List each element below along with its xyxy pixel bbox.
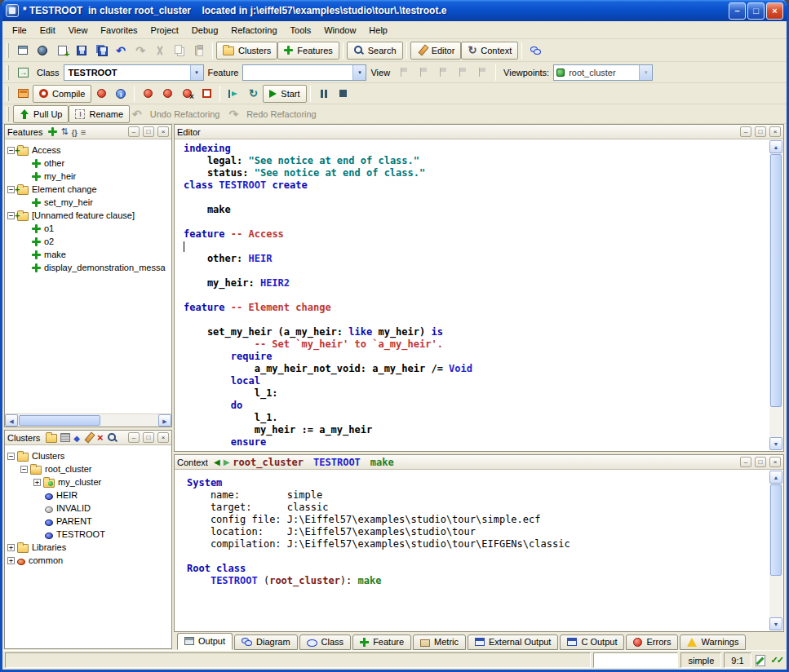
scroll-up-button[interactable] [769, 140, 782, 153]
tree-item-element-change[interactable]: −Element change [5, 183, 171, 196]
panel-close-button[interactable] [157, 126, 169, 137]
rename-button[interactable]: Rename [69, 105, 130, 123]
sort-toggle-icon[interactable] [60, 126, 68, 137]
editor-code[interactable]: indexing legal: "See notice at end of cl… [175, 140, 769, 450]
panel-maximize-button[interactable] [143, 126, 154, 137]
history-forward-icon[interactable]: ▶ [224, 458, 230, 466]
tree-item-root-cluster[interactable]: −root_cluster [5, 462, 171, 475]
tab-warnings[interactable]: Warnings [680, 634, 746, 650]
tree-item-other[interactable]: other [5, 157, 171, 170]
menu-window[interactable]: Window [317, 23, 362, 38]
expander-minus[interactable]: − [7, 186, 15, 193]
tab-diagram[interactable]: Diagram [234, 634, 298, 650]
menu-tools[interactable]: Tools [284, 23, 318, 38]
maximize-button[interactable] [747, 2, 765, 20]
menu-help[interactable]: Help [362, 23, 394, 38]
compile-button[interactable]: Compile [33, 85, 91, 103]
tree-item-clusters[interactable]: −Clusters [5, 449, 171, 462]
panel-maximize-button[interactable] [755, 457, 766, 467]
redo-button[interactable] [131, 42, 150, 60]
breakpoint-list-button[interactable] [197, 85, 216, 103]
tab-output[interactable]: Output [177, 633, 233, 650]
feature-combo[interactable] [242, 64, 366, 81]
scroll-up-button[interactable] [769, 471, 782, 484]
panel-close-button[interactable] [157, 432, 169, 443]
features-hscrollbar[interactable] [5, 413, 171, 427]
tree-item-heir[interactable]: HEIR [5, 489, 171, 502]
scroll-left-button[interactable] [5, 414, 18, 427]
tree-item-parent[interactable]: PARENT [5, 515, 171, 528]
expander-plus[interactable]: + [7, 544, 15, 551]
tree-item-my-heir[interactable]: my_heir [5, 170, 171, 183]
context-toggle-button[interactable]: Context [461, 42, 518, 60]
view-basic-button[interactable] [394, 64, 414, 82]
delete-icon[interactable] [97, 433, 104, 443]
expander-minus[interactable]: − [7, 147, 15, 154]
features-toggle-button[interactable]: Features [277, 42, 339, 60]
menu-project[interactable]: Project [144, 23, 185, 38]
scroll-down-button[interactable] [769, 437, 782, 450]
context-code[interactable]: System name: simple target: classic conf… [175, 471, 769, 630]
expander-minus[interactable]: − [7, 212, 15, 219]
menu-file[interactable]: File [6, 23, 33, 38]
pull-up-button[interactable]: Pull Up [13, 105, 69, 123]
tree-item-my-cluster[interactable]: +my_cluster [5, 475, 171, 489]
history-back-icon[interactable]: ◀ [214, 458, 220, 466]
tree-item-common[interactable]: +common [5, 554, 171, 567]
debug-step-button[interactable] [224, 85, 243, 103]
tree-item-libraries[interactable]: +Libraries [5, 541, 171, 554]
search-toggle-button[interactable]: Search [347, 42, 403, 60]
diagram-tool-button[interactable] [525, 42, 545, 60]
clusters-toggle-button[interactable]: Clusters [216, 42, 277, 60]
save-all-button[interactable] [91, 42, 111, 60]
scroll-down-button[interactable] [769, 617, 782, 630]
class-diamond-icon[interactable] [73, 433, 80, 443]
add-feature-clause-icon[interactable] [48, 127, 57, 136]
add-cluster-icon[interactable] [46, 434, 57, 443]
vscroll-thumb[interactable] [770, 154, 782, 407]
chevron-down-icon[interactable] [639, 65, 652, 80]
tree-item-unnamed-feature-clause[interactable]: −[Unnamed feature clause] [5, 209, 171, 222]
start-button[interactable]: Start [263, 85, 306, 103]
tab-external-output[interactable]: External Output [468, 634, 558, 650]
menu-view[interactable]: View [62, 23, 95, 38]
tree-item-make[interactable]: make [5, 248, 171, 261]
shredder-icon[interactable] [60, 433, 70, 442]
editor-toggle-button[interactable]: Editor [410, 42, 462, 60]
save-button[interactable] [72, 42, 91, 60]
new-window-button[interactable] [13, 42, 33, 60]
panel-minimize-button[interactable] [740, 126, 751, 137]
undo-refactoring-button[interactable]: Undo Refactoring [130, 105, 226, 123]
tree-item-invalid[interactable]: INVALID [5, 502, 171, 515]
panel-minimize-button[interactable] [128, 432, 140, 443]
view-flat-button[interactable] [433, 64, 453, 82]
editor-vscrollbar[interactable] [769, 140, 782, 450]
redo-refactoring-button[interactable]: Redo Refactoring [226, 105, 322, 123]
breadcrumb-root-cluster[interactable]: root_cluster [233, 457, 304, 468]
tab-c-output[interactable]: C Output [560, 634, 624, 650]
tree-item-testroot[interactable]: TESTROOT [5, 528, 171, 541]
tree-item-o1[interactable]: o1 [5, 222, 171, 235]
tree-item-set-my-heir[interactable]: set_my_heir [5, 196, 171, 209]
melt-button[interactable] [91, 85, 111, 103]
viewpoints-combo[interactable]: root_cluster [553, 64, 653, 81]
toolbar-grip[interactable] [7, 65, 9, 80]
cut-button[interactable] [150, 42, 170, 60]
vscroll-thumb[interactable] [770, 484, 782, 576]
breakpoint-remove-button[interactable] [177, 85, 197, 103]
panel-close-button[interactable] [769, 126, 781, 137]
tab-errors[interactable]: Errors [626, 634, 678, 650]
toolbar-grip[interactable] [7, 43, 9, 58]
tab-class[interactable]: Class [299, 634, 352, 650]
tree-item-o2[interactable]: o2 [5, 235, 171, 248]
class-combo[interactable]: TESTROOT [64, 64, 204, 81]
menu-refactoring[interactable]: Refactoring [224, 23, 283, 38]
alias-toggle-icon[interactable] [81, 127, 86, 137]
menu-edit[interactable]: Edit [33, 23, 62, 38]
find-icon[interactable] [107, 432, 117, 443]
status-input-field[interactable] [593, 652, 678, 668]
tree-item-access[interactable]: −Access [5, 144, 171, 157]
toolbar-grip[interactable] [7, 86, 9, 101]
view-clickable-button[interactable] [414, 64, 433, 82]
new-tab-button[interactable] [52, 42, 72, 60]
